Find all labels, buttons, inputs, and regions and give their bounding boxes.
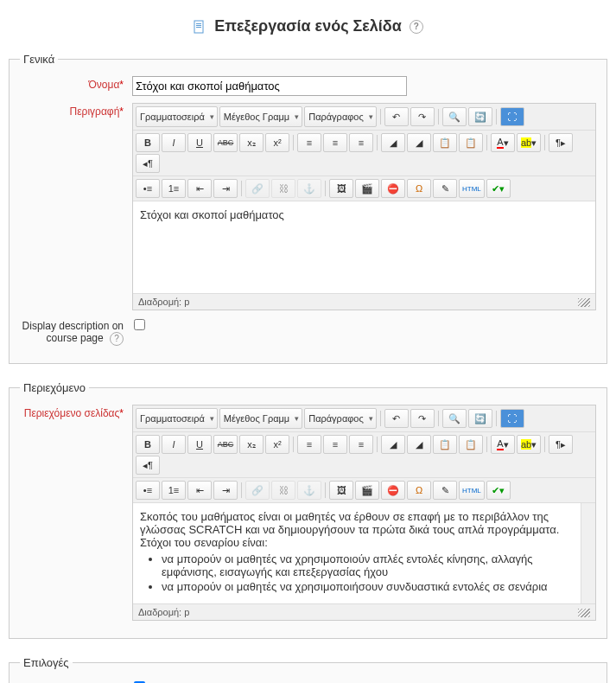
description-label: Περιγραφή* bbox=[20, 103, 132, 118]
number-list-button[interactable]: 1≡ bbox=[162, 481, 186, 500]
strike-button[interactable]: ABC bbox=[213, 435, 238, 454]
fullscreen-button[interactable]: ⛶ bbox=[500, 409, 524, 428]
subscript-button[interactable]: x₂ bbox=[239, 133, 264, 152]
underline-button[interactable]: U bbox=[187, 133, 212, 152]
nolink-button[interactable]: ⛔ bbox=[381, 179, 405, 198]
media-button[interactable]: 🎬 bbox=[355, 481, 379, 500]
replace-button[interactable]: 🔄 bbox=[468, 107, 492, 126]
resize-handle[interactable] bbox=[578, 298, 590, 307]
superscript-button[interactable]: x² bbox=[265, 133, 289, 152]
nolink-button[interactable]: ⛔ bbox=[381, 481, 405, 500]
format-select[interactable]: Παράγραφος bbox=[304, 106, 377, 127]
legend-options: Επιλογές bbox=[20, 656, 73, 669]
char-button[interactable]: Ω bbox=[407, 179, 431, 198]
paste-word-button[interactable]: 📋 bbox=[459, 133, 483, 152]
remove-format-button[interactable]: ◢ bbox=[407, 435, 431, 454]
align-left-button[interactable]: ≡ bbox=[297, 435, 321, 454]
italic-button[interactable]: I bbox=[162, 133, 186, 152]
text-color-button[interactable]: A▾ bbox=[491, 133, 515, 152]
page-content-area[interactable]: Σκοπός του μαθήματος είναι οι μαθητές να… bbox=[133, 503, 595, 603]
outdent-button[interactable]: ⇤ bbox=[187, 481, 212, 500]
scrollbar[interactable] bbox=[581, 503, 595, 603]
underline-button[interactable]: U bbox=[187, 435, 212, 454]
align-center-button[interactable]: ≡ bbox=[323, 133, 347, 152]
ltr-button[interactable]: ¶▸ bbox=[549, 435, 573, 454]
bg-color-button[interactable]: ab▾ bbox=[517, 435, 541, 454]
list-item: να μπορούν οι μαθητές να χρησιμοποιήσουν… bbox=[162, 580, 588, 593]
subscript-button[interactable]: x₂ bbox=[239, 435, 264, 454]
strike-button[interactable]: ABC bbox=[213, 133, 238, 152]
unlink-button[interactable]: ⛓ bbox=[271, 481, 295, 500]
outdent-button[interactable]: ⇤ bbox=[187, 179, 212, 198]
bg-color-button[interactable]: ab▾ bbox=[517, 133, 541, 152]
fullscreen-button[interactable]: ⛶ bbox=[500, 107, 524, 126]
find-button[interactable]: 🔍 bbox=[442, 409, 467, 428]
media-button[interactable]: 🎬 bbox=[355, 179, 379, 198]
bold-button[interactable]: B bbox=[136, 133, 160, 152]
font-family-select[interactable]: Γραμματοσειρά bbox=[136, 408, 218, 429]
editor2-toolbar-row2: B I U ABC x₂ x² ≡ ≡ ≡ ◢ ◢ 📋 📋 A▾ ab▾ ¶▸ bbox=[133, 432, 595, 478]
redo-button[interactable]: ↷ bbox=[410, 107, 435, 126]
redo-button[interactable]: ↷ bbox=[410, 409, 435, 428]
page-icon bbox=[193, 20, 206, 34]
remove-format-button[interactable]: ◢ bbox=[407, 133, 431, 152]
edit-button[interactable]: ✎ bbox=[433, 481, 457, 500]
image-button[interactable]: 🖼 bbox=[329, 481, 353, 500]
align-left-button[interactable]: ≡ bbox=[297, 133, 321, 152]
bullet-list-button[interactable]: •≡ bbox=[136, 481, 160, 500]
text-color-button[interactable]: A▾ bbox=[491, 435, 515, 454]
legend-content: Περιεχόμενο bbox=[20, 381, 89, 394]
edit-button[interactable]: ✎ bbox=[433, 179, 457, 198]
name-input[interactable] bbox=[132, 76, 407, 96]
display-description-checkbox[interactable] bbox=[134, 319, 145, 330]
editor-toolbar-row1: Γραμματοσειρά Μέγεθος Γραμμ Παράγραφος ↶… bbox=[133, 104, 595, 131]
page-title-text: Επεξεργασία ενός Σελίδα bbox=[214, 17, 402, 35]
html-button[interactable]: HTML bbox=[459, 179, 485, 198]
image-button[interactable]: 🖼 bbox=[329, 179, 353, 198]
align-right-button[interactable]: ≡ bbox=[349, 133, 373, 152]
char-button[interactable]: Ω bbox=[407, 481, 431, 500]
paste-text-button[interactable]: 📋 bbox=[433, 435, 457, 454]
link-button[interactable]: 🔗 bbox=[245, 179, 270, 198]
fieldset-general: Γενικά Όνομα* Περιγραφή* Γραμματοσειρά Μ… bbox=[9, 53, 607, 364]
html-button[interactable]: HTML bbox=[459, 481, 485, 500]
unlink-button[interactable]: ⛓ bbox=[271, 179, 295, 198]
help-icon[interactable]: ? bbox=[410, 20, 423, 34]
undo-button[interactable]: ↶ bbox=[384, 409, 409, 428]
bold-button[interactable]: B bbox=[136, 435, 160, 454]
resize-handle[interactable] bbox=[578, 609, 590, 617]
rtl-button[interactable]: ◂¶ bbox=[136, 154, 160, 173]
ltr-button[interactable]: ¶▸ bbox=[549, 133, 573, 152]
number-list-button[interactable]: 1≡ bbox=[162, 179, 186, 198]
anchor-button[interactable]: ⚓ bbox=[297, 481, 321, 500]
paste-text-button[interactable]: 📋 bbox=[433, 133, 457, 152]
font-size-select[interactable]: Μέγεθος Γραμμ bbox=[219, 106, 302, 127]
anchor-button[interactable]: ⚓ bbox=[297, 179, 321, 198]
align-center-button[interactable]: ≡ bbox=[323, 435, 347, 454]
superscript-button[interactable]: x² bbox=[265, 435, 289, 454]
italic-button[interactable]: I bbox=[162, 435, 186, 454]
description-content[interactable]: Στόχοι και σκοποί μαθήματος bbox=[133, 201, 595, 293]
paste-word-button[interactable]: 📋 bbox=[459, 435, 483, 454]
link-button[interactable]: 🔗 bbox=[245, 481, 270, 500]
find-button[interactable]: 🔍 bbox=[442, 107, 467, 126]
rtl-button[interactable]: ◂¶ bbox=[136, 456, 160, 475]
undo-button[interactable]: ↶ bbox=[384, 107, 409, 126]
page-title: Επεξεργασία ενός Σελίδα ? bbox=[9, 17, 607, 35]
cleanup-button[interactable]: ◢ bbox=[381, 435, 405, 454]
spellcheck-button[interactable]: ✔▾ bbox=[486, 179, 511, 198]
spellcheck-button[interactable]: ✔▾ bbox=[486, 481, 511, 500]
indent-button[interactable]: ⇥ bbox=[213, 481, 238, 500]
cleanup-button[interactable]: ◢ bbox=[381, 133, 405, 152]
display-desc-label: Display description on course page ? bbox=[20, 317, 132, 346]
bullet-list-button[interactable]: •≡ bbox=[136, 179, 160, 198]
format-select[interactable]: Παράγραφος bbox=[304, 408, 377, 429]
help-icon[interactable]: ? bbox=[110, 332, 124, 346]
font-family-select[interactable]: Γραμματοσειρά bbox=[136, 106, 218, 127]
fieldset-content: Περιεχόμενο Περιεχόμενο σελίδας* Γραμματ… bbox=[9, 381, 607, 639]
editor-path: Διαδρομή: p bbox=[133, 603, 595, 620]
font-size-select[interactable]: Μέγεθος Γραμμ bbox=[219, 408, 302, 429]
indent-button[interactable]: ⇥ bbox=[213, 179, 238, 198]
replace-button[interactable]: 🔄 bbox=[468, 409, 492, 428]
align-right-button[interactable]: ≡ bbox=[349, 435, 373, 454]
